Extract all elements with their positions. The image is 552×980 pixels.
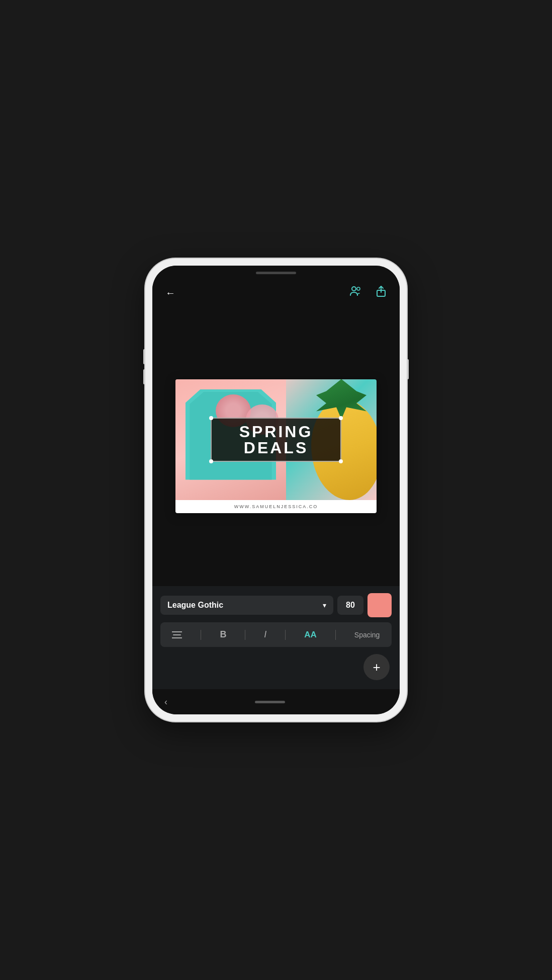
svg-point-1 — [357, 287, 360, 290]
collaborate-button[interactable] — [346, 282, 364, 303]
svg-point-0 — [352, 287, 356, 291]
power-button — [407, 359, 409, 379]
divider-4 — [335, 630, 336, 640]
italic-icon: I — [264, 629, 266, 640]
color-swatch[interactable] — [367, 593, 392, 617]
bold-icon: B — [220, 629, 226, 640]
corner-br — [339, 459, 343, 463]
bottom-nav: ‹ — [152, 689, 400, 714]
spacing-label: Spacing — [354, 631, 380, 639]
italic-button[interactable]: I — [259, 627, 271, 642]
canvas-image[interactable]: SPRING DEALS — [175, 379, 377, 500]
align-button[interactable] — [167, 629, 187, 641]
font-selector[interactable]: League Gothic ▾ — [160, 596, 333, 615]
top-nav: ← — [152, 280, 400, 306]
canvas-area[interactable]: SPRING DEALS WWW.SAMUELNJESSICA.CO — [152, 306, 400, 586]
bold-button[interactable]: B — [215, 627, 231, 642]
bottom-panel: League Gothic ▾ 80 B — [152, 586, 400, 689]
divider-1 — [201, 630, 201, 640]
text-overlay-box[interactable]: SPRING DEALS — [211, 418, 341, 462]
volume-up-button — [143, 349, 145, 364]
spacing-button[interactable]: Spacing — [349, 629, 385, 641]
system-back-button[interactable]: ‹ — [164, 697, 167, 707]
font-name-label: League Gothic — [167, 601, 223, 610]
nav-icons-right — [346, 282, 390, 303]
share-button[interactable] — [373, 282, 390, 303]
canvas-footer: WWW.SAMUELNJESSICA.CO — [175, 500, 377, 513]
design-canvas[interactable]: SPRING DEALS WWW.SAMUELNJESSICA.CO — [175, 379, 377, 513]
add-element-button[interactable]: + — [363, 654, 390, 680]
font-size-display[interactable]: 80 — [337, 596, 363, 615]
format-toolbar: B I AA Spacing — [160, 622, 392, 647]
phone-frame: ← — [145, 259, 407, 721]
back-button[interactable]: ← — [162, 284, 178, 302]
status-notch — [256, 272, 296, 274]
divider-2 — [245, 630, 245, 640]
status-bar — [152, 266, 400, 280]
divider-3 — [285, 630, 286, 640]
home-indicator[interactable] — [255, 701, 285, 703]
footer-url: WWW.SAMUELNJESSICA.CO — [175, 504, 377, 509]
spring-deals-text[interactable]: SPRING DEALS — [224, 424, 328, 456]
add-btn-row: + — [160, 647, 392, 684]
case-icon: AA — [304, 630, 317, 640]
phone-screen: ← — [152, 266, 400, 714]
volume-down-button — [143, 369, 145, 384]
font-row: League Gothic ▾ 80 — [160, 593, 392, 617]
chevron-down-icon: ▾ — [323, 601, 326, 609]
case-button[interactable]: AA — [299, 628, 322, 642]
corner-bl — [209, 459, 213, 463]
